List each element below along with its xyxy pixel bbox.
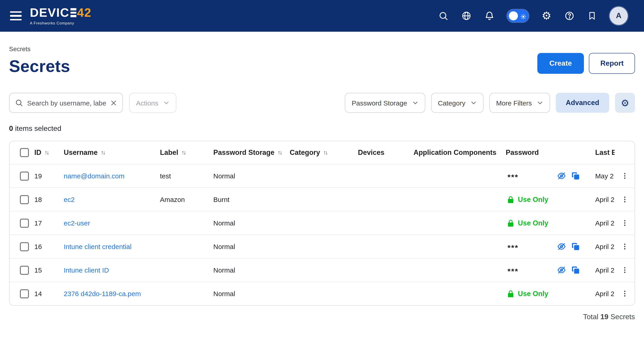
header-application-components: Application Components — [414, 148, 506, 157]
cell-password-storage: Normal — [213, 266, 290, 274]
header-label[interactable]: Label↑↓ — [160, 148, 213, 157]
sort-icon: ↑↓ — [44, 149, 48, 156]
more-filters-dropdown[interactable]: More Filters — [489, 93, 550, 113]
device42-logo[interactable]: DEVIC42 A Freshworks Company — [30, 7, 92, 25]
table-settings-button[interactable]: ⚙ — [615, 93, 635, 113]
password-storage-filter[interactable]: Password Storage — [345, 93, 425, 113]
chevron-down-icon — [537, 100, 543, 106]
user-avatar[interactable]: A — [610, 7, 628, 25]
chevron-down-icon — [412, 100, 418, 106]
masked-password: *** — [506, 173, 518, 181]
row-menu-icon[interactable] — [621, 290, 628, 297]
toggle-knob — [509, 11, 518, 20]
bookmark-icon[interactable] — [588, 11, 596, 21]
notifications-bell-icon[interactable] — [485, 11, 495, 21]
header-password: Password — [506, 148, 595, 157]
row-menu-icon[interactable] — [621, 243, 628, 250]
row-menu-icon[interactable] — [621, 196, 628, 203]
selection-status: 0 items selected — [9, 124, 635, 133]
header-id[interactable]: ID↑↓ — [31, 148, 64, 157]
masked-password: *** — [506, 267, 518, 275]
header-category[interactable]: Category↑↓ — [290, 148, 358, 157]
cell-password-storage: Normal — [213, 172, 290, 180]
category-filter[interactable]: Category — [431, 93, 484, 113]
clear-search-icon[interactable] — [110, 99, 117, 106]
username-link[interactable]: name@domain.com — [64, 172, 124, 180]
report-button[interactable]: Report — [589, 53, 635, 74]
row-menu-icon[interactable] — [621, 266, 628, 274]
row-checkbox[interactable] — [20, 266, 29, 275]
row-checkbox[interactable] — [20, 242, 29, 251]
sun-icon — [521, 13, 526, 21]
search-icon — [15, 99, 23, 107]
cell-id: 19 — [31, 172, 64, 180]
username-link[interactable]: Intune client ID — [64, 266, 109, 274]
username-link[interactable]: ec2-user — [64, 219, 90, 227]
header-password-storage[interactable]: Password Storage↑↓ — [213, 148, 290, 157]
secrets-table: ID↑↓ Username↑↓ Label↑↓ Password Storage… — [9, 141, 635, 306]
reveal-password-icon[interactable] — [557, 171, 566, 181]
sort-icon: ↑↓ — [182, 149, 185, 156]
search-box — [9, 93, 123, 113]
select-all-checkbox[interactable] — [20, 148, 29, 157]
lock-icon — [506, 195, 515, 204]
cell-password-storage: Normal — [213, 243, 290, 250]
username-link[interactable]: ec2 — [64, 196, 74, 203]
cell-id: 18 — [31, 196, 64, 203]
username-link[interactable]: 2376 d42do-1189-ca.pem — [64, 290, 141, 297]
cell-password-storage: Normal — [213, 219, 290, 227]
table-row: 15 Intune client ID Normal *** April 2 — [10, 258, 634, 282]
breadcrumb[interactable]: Secrets — [9, 45, 70, 53]
advanced-button[interactable]: Advanced — [556, 93, 609, 113]
gear-icon: ⚙ — [621, 98, 629, 107]
actions-dropdown[interactable]: Actions — [129, 93, 176, 113]
selection-label: items selected — [15, 124, 62, 132]
theme-toggle[interactable] — [508, 10, 528, 22]
row-checkbox[interactable] — [20, 171, 29, 181]
reveal-password-icon[interactable] — [557, 242, 566, 251]
row-menu-icon[interactable] — [621, 219, 628, 227]
logo-e-bars-icon — [70, 8, 76, 17]
cell-id: 14 — [31, 290, 64, 297]
use-only-label: Use Only — [518, 195, 548, 204]
copy-password-icon[interactable] — [571, 266, 580, 274]
help-icon[interactable] — [564, 11, 574, 21]
cell-password-storage: Normal — [213, 290, 290, 297]
top-navbar: DEVIC42 A Freshworks Company ⚙ — [0, 0, 644, 32]
header-devices: Devices — [358, 148, 414, 157]
header-actions-spacer — [614, 141, 634, 164]
category-label: Category — [438, 99, 466, 107]
row-checkbox[interactable] — [20, 289, 29, 298]
more-filters-label: More Filters — [496, 99, 532, 107]
cell-label: Amazon — [160, 196, 213, 203]
chevron-down-icon — [163, 100, 170, 106]
actions-label: Actions — [136, 99, 158, 107]
use-only-label: Use Only — [518, 219, 548, 227]
password-storage-label: Password Storage — [352, 99, 407, 107]
header-username[interactable]: Username↑↓ — [64, 148, 160, 157]
row-checkbox[interactable] — [20, 218, 29, 228]
reveal-password-icon[interactable] — [557, 265, 566, 275]
create-button[interactable]: Create — [537, 53, 584, 74]
logo-42: 42 — [77, 7, 92, 19]
sort-icon: ↑↓ — [323, 149, 327, 156]
logo-text: DEVIC — [30, 7, 69, 19]
total-label: Total — [583, 313, 598, 320]
row-menu-icon[interactable] — [621, 172, 628, 180]
username-link[interactable]: Intune client credential — [64, 243, 132, 250]
use-only-label: Use Only — [518, 289, 548, 298]
lock-icon — [506, 289, 515, 298]
cell-id: 16 — [31, 243, 64, 250]
search-input[interactable] — [27, 99, 106, 107]
total-count: Total 19 Secrets — [9, 313, 635, 321]
logo-subtitle: A Freshworks Company — [30, 21, 92, 25]
cell-password-storage: Burnt — [213, 196, 290, 203]
settings-gear-icon[interactable]: ⚙ — [542, 11, 551, 21]
row-checkbox[interactable] — [20, 195, 29, 204]
cell-id: 17 — [31, 219, 64, 227]
menu-icon[interactable] — [10, 11, 22, 21]
search-icon[interactable] — [438, 11, 448, 21]
copy-password-icon[interactable] — [571, 242, 580, 251]
globe-icon[interactable] — [462, 11, 472, 21]
copy-password-icon[interactable] — [571, 172, 580, 180]
